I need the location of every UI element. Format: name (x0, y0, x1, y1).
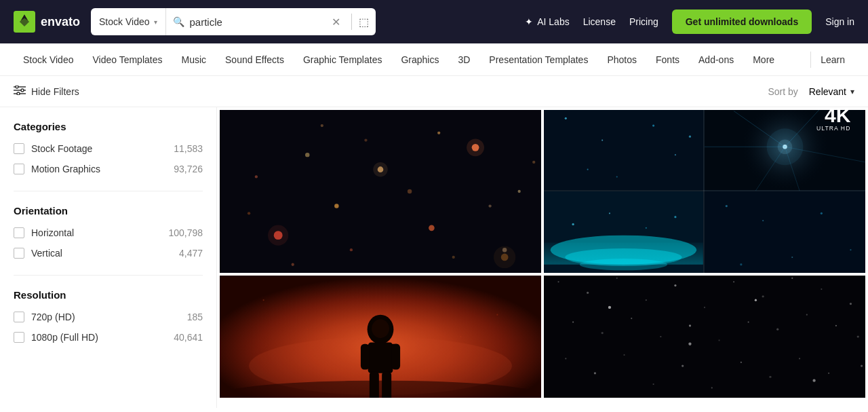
svg-rect-35 (705, 191, 865, 273)
svg-rect-7 (220, 110, 541, 273)
checkbox-720p[interactable] (14, 312, 24, 322)
clear-icon[interactable]: ✕ (328, 14, 344, 30)
result-card-4[interactable] (544, 276, 865, 398)
svg-point-20 (437, 132, 440, 134)
logo[interactable]: envato (14, 11, 80, 33)
pricing-link[interactable]: Pricing (629, 16, 658, 27)
svg-point-111 (857, 335, 859, 337)
resolution-title: Resolution (14, 289, 203, 301)
hide-filters-label: Hide Filters (31, 86, 79, 97)
svg-rect-82 (382, 372, 391, 398)
svg-point-40 (565, 117, 567, 119)
filter-item-1080p[interactable]: 1080p (Full HD) 40,641 (14, 332, 203, 343)
logo-text: envato (41, 15, 80, 29)
filter-item-horizontal[interactable]: Horizontal 100,798 (14, 227, 203, 238)
nav-item-learn[interactable]: Learn (811, 43, 854, 75)
nav-item-more[interactable]: More (743, 43, 784, 75)
result-card-2[interactable]: 4K ULTRA HD (544, 110, 865, 273)
filter-item-vertical[interactable]: Vertical 4,477 (14, 248, 203, 259)
svg-point-18 (305, 153, 309, 157)
svg-point-67 (821, 212, 823, 214)
svg-point-14 (334, 204, 338, 208)
categories-section: Categories Stock Footage 11,583 Motion G… (14, 121, 203, 174)
svg-point-25 (408, 189, 412, 193)
categories-divider (14, 191, 203, 191)
main-content: Categories Stock Footage 11,583 Motion G… (0, 107, 868, 408)
svg-point-29 (248, 212, 250, 214)
filter-item-720p[interactable]: 720p (HD) 185 (14, 312, 203, 322)
svg-point-121 (828, 373, 829, 374)
search-input-wrapper: 🔍 ✕ (166, 14, 352, 30)
orientation-section: Orientation Horizontal 100,798 Vertical … (14, 205, 203, 259)
result-card-3[interactable] (220, 276, 541, 398)
svg-point-100 (850, 303, 852, 305)
svg-point-21 (350, 248, 353, 251)
checkbox-1080p[interactable] (14, 332, 24, 343)
nav-item-sound-effects[interactable]: Sound Effects (216, 43, 294, 75)
header-top: envato Stock Video ▾ 🔍 ✕ ⬚ ✦ AI Labs Lic… (0, 0, 868, 43)
sort-value: Relevant (809, 86, 846, 97)
stock-footage-count: 11,583 (174, 143, 203, 154)
checkbox-vertical[interactable] (14, 248, 24, 259)
scan-icon[interactable]: ⬚ (352, 16, 376, 29)
ai-labs-button[interactable]: ✦ AI Labs (525, 16, 569, 27)
nav-item-photos[interactable]: Photos (597, 43, 646, 75)
svg-point-118 (741, 362, 742, 363)
nav-item-presentation-templates[interactable]: Presentation Templates (479, 43, 597, 75)
svg-point-76 (372, 319, 389, 338)
svg-point-106 (718, 339, 719, 341)
svg-point-97 (762, 295, 764, 297)
checkbox-motion-graphics[interactable] (14, 164, 24, 174)
svg-point-11 (373, 162, 388, 177)
results-grid: 4K ULTRA HD (217, 107, 868, 408)
result-card-1[interactable] (220, 110, 541, 273)
svg-rect-32 (544, 110, 703, 190)
nav-item-graphic-templates[interactable]: Graphic Templates (294, 43, 391, 75)
sidebar: Categories Stock Footage 11,583 Motion G… (0, 107, 217, 408)
checkbox-stock-footage[interactable] (14, 143, 24, 154)
svg-point-31 (494, 246, 515, 268)
sort-by-dropdown[interactable]: Sort by Relevant ▾ (768, 86, 854, 97)
svg-point-9 (467, 138, 484, 156)
orientation-divider (14, 275, 203, 276)
nav-item-graphics[interactable]: Graphics (391, 43, 448, 75)
nav-item-video-templates[interactable]: Video Templates (83, 43, 172, 75)
svg-point-69 (791, 257, 793, 258)
svg-point-109 (806, 314, 808, 316)
vertical-count: 4,477 (179, 248, 203, 259)
signin-link[interactable]: Sign in (825, 16, 854, 27)
720p-label: 720p (HD) (31, 312, 75, 322)
nav-item-music[interactable]: Music (172, 43, 216, 75)
resolution-section: Resolution 720p (HD) 185 1080p (Full HD)… (14, 289, 203, 343)
nav-item-add-ons[interactable]: Add-ons (689, 43, 743, 75)
search-category-dropdown[interactable]: Stock Video ▾ (91, 8, 165, 35)
license-link[interactable]: License (583, 16, 616, 27)
svg-point-119 (769, 376, 771, 378)
svg-point-114 (623, 354, 625, 356)
svg-point-24 (532, 161, 535, 164)
sort-chevron-icon: ▾ (850, 87, 854, 96)
svg-point-23 (292, 263, 294, 266)
svg-point-92 (616, 278, 618, 279)
nav-item-stock-video[interactable]: Stock Video (14, 43, 83, 75)
hide-filters-button[interactable]: Hide Filters (14, 86, 79, 97)
filter-item-stock-footage[interactable]: Stock Footage 11,583 (14, 143, 203, 154)
svg-point-94 (674, 284, 676, 286)
filter-item-motion-graphics[interactable]: Motion Graphics 93,726 (14, 164, 203, 174)
nav-item-fonts[interactable]: Fonts (646, 43, 689, 75)
header-links: ✦ AI Labs License Pricing Get unlimited … (525, 10, 854, 34)
svg-point-43 (587, 169, 589, 170)
svg-point-122 (861, 364, 863, 367)
svg-rect-89 (544, 276, 865, 398)
nav-item-3d[interactable]: 3D (448, 43, 479, 75)
checkbox-horizontal[interactable] (14, 227, 24, 238)
svg-point-96 (733, 281, 734, 282)
search-input[interactable] (190, 16, 323, 28)
svg-point-88 (460, 336, 461, 337)
get-unlimited-button[interactable]: Get unlimited downloads (672, 10, 812, 34)
svg-rect-79 (361, 344, 370, 370)
1080p-label: 1080p (Full HD) (31, 332, 98, 343)
svg-point-120 (799, 358, 800, 359)
svg-point-19 (255, 175, 258, 178)
svg-point-103 (631, 318, 632, 319)
